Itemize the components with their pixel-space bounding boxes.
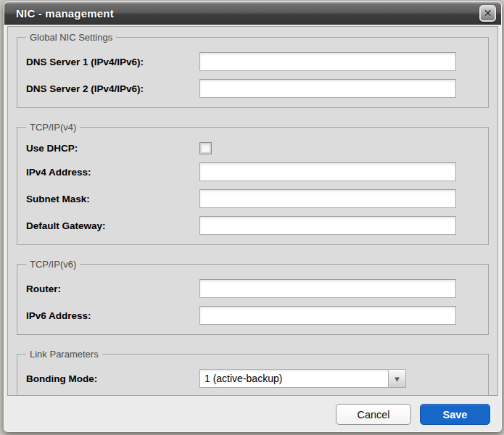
section-legend: Global NIC Settings <box>26 32 116 43</box>
close-button[interactable]: ✕ <box>479 5 496 22</box>
ipv4-address-input[interactable] <box>199 162 456 181</box>
dns-server-2-input[interactable] <box>199 79 456 98</box>
dialog-footer: Cancel Save <box>4 397 502 432</box>
default-gateway-label: Default Gateway: <box>21 220 199 231</box>
bonding-mode-select[interactable]: 1 (active-backup) ▾ <box>199 369 406 388</box>
form-row: Bonding Mode: 1 (active-backup) ▾ <box>21 369 456 388</box>
section-legend: Link Parameters <box>26 349 102 360</box>
section-legend: TCP/IP(v6) <box>26 259 80 270</box>
dns-server-1-input[interactable] <box>199 52 456 71</box>
dns-server-2-label: DNS Server 2 (IPv4/IPv6): <box>21 83 199 94</box>
cancel-button[interactable]: Cancel <box>336 404 411 425</box>
section-legend: TCP/IP(v4) <box>26 122 80 133</box>
form-row: Subnet Mask: <box>21 189 456 208</box>
default-gateway-input[interactable] <box>199 216 456 235</box>
subnet-mask-input[interactable] <box>199 189 456 208</box>
close-icon: ✕ <box>484 8 492 18</box>
section-global-nic-settings: Global NIC Settings DNS Server 1 (IPv4/I… <box>17 32 489 108</box>
use-dhcp-checkbox[interactable] <box>199 142 212 154</box>
dialog-content-panel: Global NIC Settings DNS Server 1 (IPv4/I… <box>7 26 498 396</box>
form-row: IPv4 Address: <box>21 162 456 181</box>
ipv4-address-label: IPv4 Address: <box>21 167 199 178</box>
ipv6-address-label: IPv6 Address: <box>21 310 199 321</box>
bonding-mode-label: Bonding Mode: <box>21 373 199 384</box>
form-row: DNS Server 2 (IPv4/IPv6): <box>21 79 456 98</box>
ipv6-address-input[interactable] <box>199 306 456 325</box>
nic-management-dialog: NIC - management ✕ Global NIC Settings D… <box>4 1 502 432</box>
form-row: IPv6 Address: <box>21 306 456 325</box>
form-row: Router: <box>21 279 456 298</box>
section-link-parameters: Link Parameters Bonding Mode: 1 (active-… <box>17 349 489 396</box>
dropdown-trigger-button[interactable]: ▾ <box>388 370 405 387</box>
section-tcp-ip-v4: TCP/IP(v4) Use DHCP: IPv4 Address: Subne… <box>17 122 489 245</box>
dialog-title: NIC - management <box>16 7 479 20</box>
subnet-mask-label: Subnet Mask: <box>21 194 199 204</box>
form-row: DNS Server 1 (IPv4/IPv6): <box>21 52 456 71</box>
save-button[interactable]: Save <box>420 404 490 425</box>
form-row: Use DHCP: <box>21 142 456 154</box>
form-row: Default Gateway: <box>21 216 456 235</box>
chevron-down-icon: ▾ <box>394 373 400 384</box>
section-tcp-ip-v6: TCP/IP(v6) Router: IPv6 Address: <box>17 259 489 335</box>
use-dhcp-label: Use DHCP: <box>21 143 199 154</box>
router-label: Router: <box>21 283 199 294</box>
bonding-mode-value: 1 (active-backup) <box>200 370 388 387</box>
dns-server-1-label: DNS Server 1 (IPv4/IPv6): <box>21 57 199 67</box>
dialog-titlebar[interactable]: NIC - management ✕ <box>4 2 501 25</box>
router-input[interactable] <box>199 279 456 298</box>
